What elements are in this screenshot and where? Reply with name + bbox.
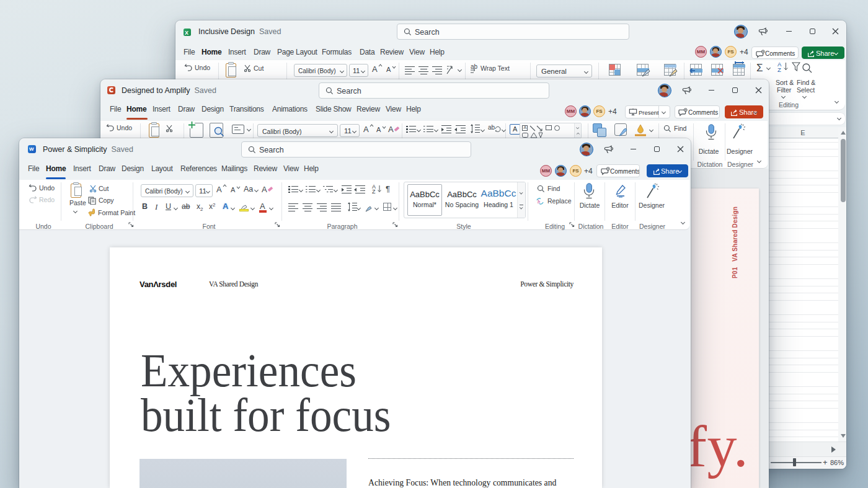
svg-text:b: b [538, 199, 540, 205]
